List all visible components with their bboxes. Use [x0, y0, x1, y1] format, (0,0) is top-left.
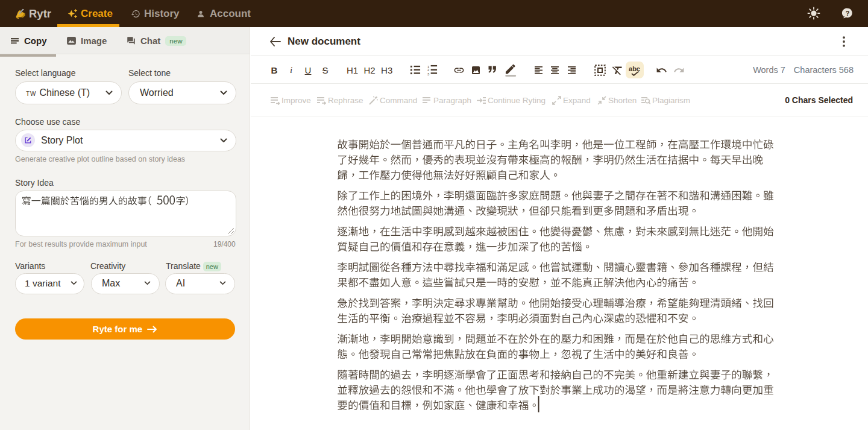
svg-text:2: 2 — [427, 68, 429, 72]
svg-text:?: ? — [846, 10, 850, 17]
svg-text:3: 3 — [427, 72, 429, 75]
